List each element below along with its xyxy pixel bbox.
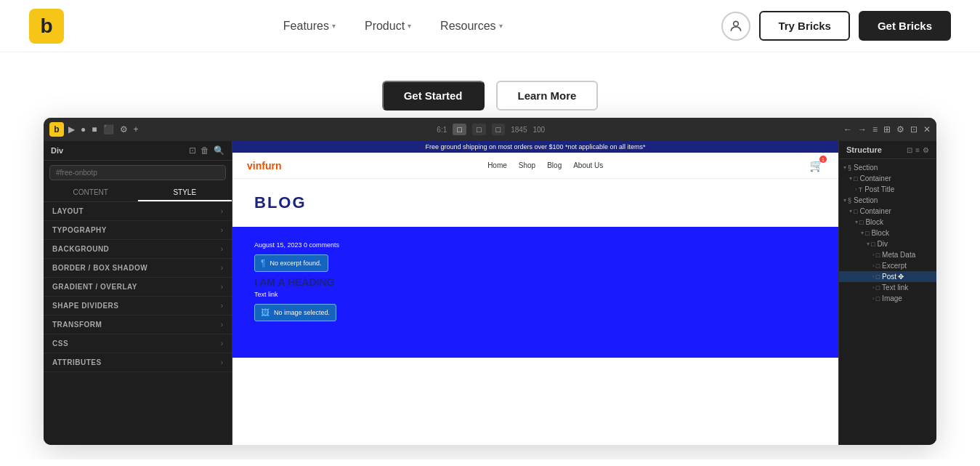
tree-item[interactable]: › □ Image [839,293,936,304]
nav-links: Features ▾ Product ▾ Resources ▾ [272,14,514,39]
expand-arrow-icon: ▾ [843,197,846,204]
tree-item[interactable]: ▾ § Section [839,195,936,206]
nav-features[interactable]: Features ▾ [272,14,347,39]
hero-cta-secondary[interactable]: Learn More [496,81,599,111]
leaf-icon: › [872,252,875,258]
record-icon[interactable]: ● [81,124,86,134]
play-icon[interactable]: ▶ [68,124,75,134]
leaf-icon: › [872,295,875,302]
tree-item[interactable]: › □ Excerpt [839,260,936,271]
account-icon[interactable] [721,12,750,41]
structure-panel-title: Structure [846,145,882,154]
mobile-device-btn[interactable]: □ [492,124,506,135]
editor-topbar: b ▶ ● ■ ⬛ ⚙ + 6:1 □ □ □ 1845 100 ← → ≡ ⊞… [44,118,936,141]
settings-icon[interactable]: ⚙ [120,124,128,134]
canvas-area[interactable]: Free ground shipping on most orders over… [232,141,838,445]
nav-logo[interactable]: b [29,9,64,44]
tree-label: Post [882,273,896,281]
editor-logo[interactable]: b [49,122,64,137]
tab-content[interactable]: CONTENT [44,185,138,201]
chevron-right-icon: › [221,358,223,366]
blog-excerpt-text: No excerpt found. [270,260,321,267]
redo-icon[interactable]: → [858,124,867,134]
search-icon[interactable]: 🔍 [214,145,224,156]
section-attributes[interactable]: ATTRIBUTES › [44,353,232,372]
site-nav-blog[interactable]: Blog [547,161,562,169]
section-shape-dividers[interactable]: SHAPE DIVIDERS › [44,297,232,316]
chevron-right-icon: › [221,340,223,348]
settings2-icon[interactable]: ⚙ [896,124,904,134]
section-typography[interactable]: TYPOGRAPHY › [44,221,232,240]
desktop-device-btn[interactable]: □ [453,124,466,135]
settings-icon[interactable]: ⚙ [923,146,929,154]
editor-topbar-left: b ▶ ● ■ ⬛ ⚙ + [49,122,139,137]
nav-resources[interactable]: Resources ▾ [429,14,514,39]
tree-item[interactable]: ▾ □ Container [839,173,936,184]
left-panel-header: Div ⊡ 🗑 🔍 [44,141,232,161]
copy-icon[interactable]: ⊡ [189,145,196,156]
tree-item[interactable]: ▾ § Section [839,162,936,173]
section-icon: § [848,164,851,172]
tree-item[interactable]: › T Post Title [839,184,936,195]
undo-icon[interactable]: ← [843,124,852,134]
scale-display: 100 [532,126,545,134]
tablet-device-btn[interactable]: □ [472,124,486,135]
tree-item[interactable]: › □ Text link [839,282,936,293]
expand-arrow-icon: ▾ [855,219,858,225]
sort-icon[interactable]: ≡ [915,146,920,154]
paragraph-icon: ¶ [261,258,265,268]
post-icon: □ [876,273,880,281]
site-nav-shop[interactable]: Shop [519,161,535,169]
tree-item-selected[interactable]: › □ Post ✥ [839,271,936,282]
tree-item[interactable]: ▾ □ Container [839,206,936,217]
tree-label: Image [882,294,902,302]
close-icon[interactable]: ✕ [923,124,931,134]
leaf-icon: › [872,273,875,280]
elements-icon[interactable]: ⬛ [103,124,114,134]
editor-wrapper: b ▶ ● ■ ⬛ ⚙ + 6:1 □ □ □ 1845 100 ← → ≡ ⊞… [44,118,936,445]
site-nav-home[interactable]: Home [487,161,507,169]
right-panel-header: Structure ⊡ ≡ ⚙ [839,141,936,159]
section-gradient[interactable]: GRADIENT / OVERLAY › [44,278,232,297]
structure-tree: ▾ § Section ▾ □ Container › T Post Title [839,159,936,445]
section-icon: § [848,197,851,204]
tree-label: Block [865,218,883,226]
nav-product[interactable]: Product ▾ [353,14,423,39]
layers-icon[interactable]: ■ [92,124,97,134]
section-border[interactable]: BORDER / BOX SHADOW › [44,259,232,278]
blog-posts-section: August 15, 2023 0 comments ¶ No excerpt … [232,227,838,358]
chevron-right-icon: › [221,245,223,253]
site-nav-links: Home Shop Blog About Us [487,161,603,169]
style-sections: LAYOUT › TYPOGRAPHY › BACKGROUND › BORDE… [44,202,232,445]
tree-item[interactable]: ▾ □ Block [839,217,936,228]
expand-arrow-icon: ▾ [843,164,846,171]
section-transform[interactable]: TRANSFORM › [44,316,232,334]
try-bricks-button[interactable]: Try Bricks [759,11,850,41]
expand-icon[interactable]: ⊡ [907,146,912,154]
section-css[interactable]: CSS › [44,334,232,353]
tree-label: Excerpt [882,262,907,270]
section-layout[interactable]: LAYOUT › [44,202,232,221]
meta-icon: □ [876,252,880,259]
grid-view-icon[interactable]: ⊞ [883,124,891,134]
get-bricks-button[interactable]: Get Bricks [859,11,951,41]
tree-item[interactable]: ▾ □ Block [839,228,936,238]
hero-cta-primary[interactable]: Get Started [382,81,485,111]
tree-item[interactable]: ▾ □ Div [839,238,936,249]
blog-post-heading: I AM A HEADING [254,276,817,288]
add-icon[interactable]: + [134,124,139,134]
chevron-down-icon: ▾ [332,22,336,30]
site-nav-about[interactable]: About Us [573,161,603,169]
list-view-icon[interactable]: ≡ [872,124,878,134]
section-background[interactable]: BACKGROUND › [44,240,232,259]
element-search-input[interactable] [49,165,226,180]
chevron-right-icon: › [221,207,223,215]
tab-style[interactable]: STYLE [138,185,232,201]
cart-badge: 1 [819,156,827,163]
preview-icon[interactable]: ⊡ [910,124,918,134]
chevron-right-icon: › [221,264,223,272]
tree-item[interactable]: › □ Meta Data [839,249,936,260]
move-cursor-icon[interactable]: ✥ [898,273,904,281]
site-cart-icon[interactable]: 🛒 1 [809,158,824,172]
trash-icon[interactable]: 🗑 [201,145,209,156]
